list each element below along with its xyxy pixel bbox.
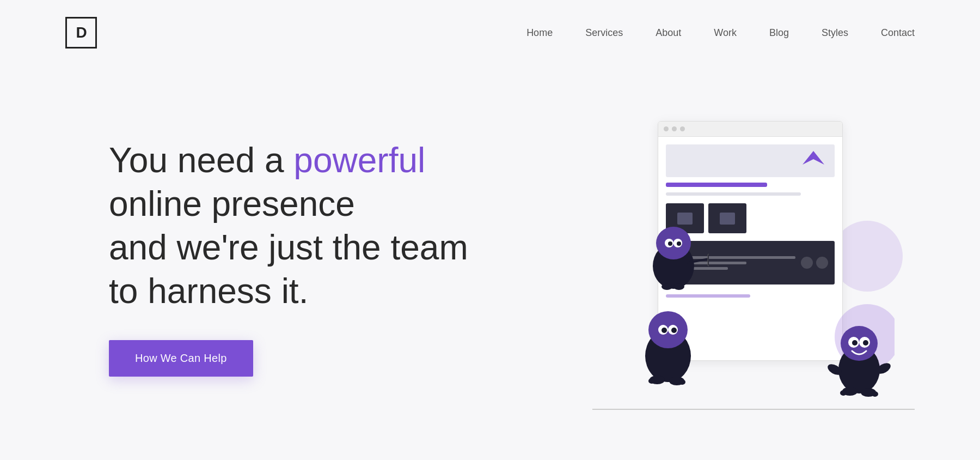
hero-section: You need a powerful online presence and …	[0, 65, 980, 460]
browser-bird-icon	[794, 146, 832, 175]
stacked-monsters-svg	[633, 222, 709, 408]
nav-home[interactable]: Home	[526, 27, 553, 39]
nav-work[interactable]: Work	[714, 27, 737, 39]
nav-styles[interactable]: Styles	[822, 27, 848, 39]
svg-point-33	[872, 391, 878, 397]
svg-point-4	[668, 241, 672, 246]
nav-contact[interactable]: Contact	[881, 27, 915, 39]
svg-point-26	[852, 340, 857, 346]
headline-part2: online presence	[109, 184, 355, 223]
browser-image-block	[666, 144, 835, 177]
monster-right	[824, 299, 895, 410]
monster-right-svg	[824, 299, 895, 408]
svg-point-32	[840, 390, 847, 396]
cta-button[interactable]: How We Can Help	[109, 340, 253, 377]
svg-point-16	[671, 328, 677, 333]
hero-illustration	[512, 105, 915, 410]
hero-headline: You need a powerful online presence and …	[109, 138, 490, 313]
headline-highlight: powerful	[293, 141, 425, 180]
svg-point-27	[863, 340, 868, 346]
nav-services[interactable]: Services	[585, 27, 623, 39]
nav-blog[interactable]: Blog	[769, 27, 789, 39]
browser-dot-2	[672, 126, 677, 131]
header: D Home Services About Work Blog Styles C…	[0, 0, 980, 65]
monster-bottom	[645, 311, 691, 385]
svg-point-9	[661, 283, 672, 290]
svg-point-20	[679, 379, 685, 385]
browser-topbar	[658, 122, 842, 137]
svg-point-10	[673, 283, 684, 290]
browser-card-2	[708, 203, 746, 233]
logo[interactable]: D	[65, 17, 97, 49]
nav-about[interactable]: About	[656, 27, 681, 39]
monsters-left	[633, 222, 709, 410]
browser-line-2	[666, 192, 801, 196]
svg-point-5	[677, 241, 681, 246]
monster-top	[653, 227, 709, 290]
browser-dark-circle-1	[801, 257, 813, 269]
browser-dot-1	[664, 126, 669, 131]
headline-part3: and we're just the team to harness it.	[109, 228, 468, 311]
browser-card-inner-2	[720, 213, 735, 225]
svg-point-23	[841, 326, 878, 361]
hero-text: You need a powerful online presence and …	[109, 138, 490, 377]
logo-letter: D	[76, 24, 86, 41]
browser-dark-circles	[801, 257, 828, 269]
main-nav: Home Services About Work Blog Styles Con…	[526, 27, 915, 39]
svg-rect-7	[708, 254, 709, 266]
browser-dark-circle-2	[816, 257, 828, 269]
browser-dot-3	[680, 126, 685, 131]
browser-line-1	[666, 183, 767, 187]
svg-point-19	[648, 378, 655, 384]
headline-part1: You need a	[109, 141, 293, 180]
svg-point-15	[661, 328, 667, 333]
